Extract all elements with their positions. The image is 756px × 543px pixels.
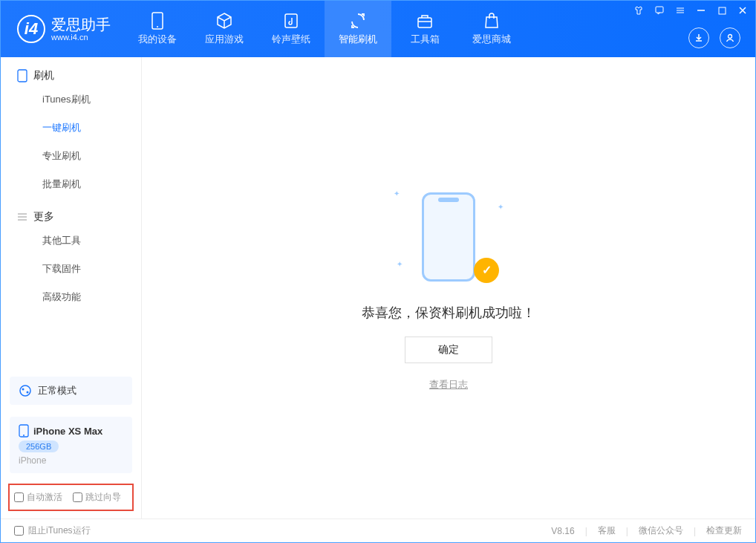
tab-label: 爱思商城 xyxy=(472,33,511,46)
wechat-link[interactable]: 微信公众号 xyxy=(639,524,683,537)
feedback-icon[interactable] xyxy=(654,5,665,16)
footer: 阻止iTunes运行 V8.16 | 客服 | 微信公众号 | 检查更新 xyxy=(1,518,755,542)
tab-ringtone-wallpaper[interactable]: 铃声壁纸 xyxy=(258,1,325,57)
toolbox-icon xyxy=(416,12,434,30)
svg-rect-3 xyxy=(418,18,431,27)
success-message: 恭喜您，保资料刷机成功啦！ xyxy=(362,304,535,322)
phone-illustration xyxy=(422,192,475,282)
sidebar: 刷机 iTunes刷机 一键刷机 专业刷机 批量刷机 更多 其他工具 下载固件 … xyxy=(1,57,142,518)
tab-label: 应用游戏 xyxy=(205,33,244,46)
svg-rect-5 xyxy=(656,7,663,13)
tab-label: 我的设备 xyxy=(138,33,177,46)
maximize-button[interactable] xyxy=(717,5,727,16)
success-check-icon: ✓ xyxy=(474,258,499,283)
minimize-button[interactable] xyxy=(696,5,706,16)
header: i4 爱思助手 www.i4.cn 我的设备 应用游戏 铃声壁纸 智能刷机 工具… xyxy=(1,1,755,57)
cube-icon xyxy=(215,12,233,30)
sidebar-item-pro-flash[interactable]: 专业刷机 xyxy=(1,142,141,170)
block-itunes-checkbox[interactable]: 阻止iTunes运行 xyxy=(14,524,91,537)
device-icon xyxy=(19,424,29,438)
tab-smart-flash[interactable]: 智能刷机 xyxy=(325,1,391,57)
header-actions xyxy=(688,27,740,48)
close-button[interactable] xyxy=(737,5,748,16)
sidebar-item-batch-flash[interactable]: 批量刷机 xyxy=(1,170,141,198)
device-name-text: iPhone XS Max xyxy=(33,426,102,437)
nav-tabs: 我的设备 应用游戏 铃声壁纸 智能刷机 工具箱 爱思商城 xyxy=(124,1,525,57)
menu-icon[interactable] xyxy=(675,5,685,16)
sidebar-item-advanced[interactable]: 高级功能 xyxy=(1,283,141,311)
tab-toolbox[interactable]: 工具箱 xyxy=(391,1,458,57)
divider: | xyxy=(694,526,696,536)
download-button[interactable] xyxy=(688,27,709,48)
sidebar-item-download-firmware[interactable]: 下载固件 xyxy=(1,255,141,283)
divider: | xyxy=(626,526,628,536)
view-log-link[interactable]: 查看日志 xyxy=(429,378,468,391)
skip-guide-checkbox[interactable]: 跳过向导 xyxy=(73,491,121,504)
tab-store[interactable]: 爱思商城 xyxy=(458,1,525,57)
sidebar-item-oneclick-flash[interactable]: 一键刷机 xyxy=(1,114,141,142)
logo[interactable]: i4 爱思助手 www.i4.cn xyxy=(1,15,124,43)
svg-point-10 xyxy=(27,391,29,394)
tab-label: 铃声壁纸 xyxy=(272,33,310,46)
device-box[interactable]: iPhone XS Max 256GB iPhone xyxy=(10,417,132,473)
sidebar-item-itunes-flash[interactable]: iTunes刷机 xyxy=(1,85,141,114)
brand-url: www.i4.cn xyxy=(51,33,111,42)
support-link[interactable]: 客服 xyxy=(598,524,616,537)
mode-box[interactable]: 正常模式 xyxy=(10,377,132,405)
svg-point-1 xyxy=(157,26,158,27)
group-label: 更多 xyxy=(33,210,54,224)
tab-my-device[interactable]: 我的设备 xyxy=(124,1,191,57)
auto-activate-label: 自动激活 xyxy=(27,491,62,504)
tab-label: 智能刷机 xyxy=(339,33,377,46)
mode-icon xyxy=(19,384,32,397)
shirt-icon[interactable] xyxy=(633,5,644,16)
refresh-shield-icon xyxy=(349,12,367,30)
auto-activate-input[interactable] xyxy=(14,492,24,502)
mode-label: 正常模式 xyxy=(38,384,76,397)
user-button[interactable] xyxy=(720,27,740,48)
sidebar-item-other-tools[interactable]: 其他工具 xyxy=(1,227,141,255)
window-controls xyxy=(633,5,748,16)
group-label: 刷机 xyxy=(33,69,54,82)
sparkle-icon: ✦ xyxy=(498,203,504,211)
svg-point-9 xyxy=(22,388,25,391)
capacity-badge: 256GB xyxy=(19,440,59,452)
sidebar-group-more: 更多 xyxy=(1,198,141,227)
sparkle-icon: ✦ xyxy=(397,260,403,268)
shopping-bag-icon xyxy=(483,12,501,30)
skip-guide-label: 跳过向导 xyxy=(85,491,121,504)
main-content: ✦ ✦ ✦ ✓ 恭喜您，保资料刷机成功啦！ 确定 查看日志 xyxy=(142,57,755,518)
phone-small-icon xyxy=(17,69,27,82)
svg-point-12 xyxy=(23,435,25,436)
phone-notch xyxy=(438,198,459,202)
logo-icon: i4 xyxy=(17,15,45,43)
svg-point-4 xyxy=(729,35,732,39)
version-label: V8.16 xyxy=(551,526,574,536)
svg-rect-2 xyxy=(285,14,297,27)
more-lines-icon xyxy=(17,212,27,222)
device-type: iPhone xyxy=(19,455,46,466)
svg-point-8 xyxy=(20,386,30,396)
music-note-icon xyxy=(282,12,300,30)
ok-button[interactable]: 确定 xyxy=(405,336,492,363)
bottom-options-highlight: 自动激活 跳过向导 xyxy=(8,484,134,511)
brand-name: 爱思助手 xyxy=(51,16,111,33)
tab-label: 工具箱 xyxy=(411,33,440,46)
skip-guide-input[interactable] xyxy=(73,492,82,502)
svg-rect-6 xyxy=(719,7,726,14)
auto-activate-checkbox[interactable]: 自动激活 xyxy=(14,491,62,504)
divider: | xyxy=(585,526,587,536)
tab-apps-games[interactable]: 应用游戏 xyxy=(191,1,258,57)
success-illustration: ✦ ✦ ✦ ✓ xyxy=(404,185,493,289)
check-update-link[interactable]: 检查更新 xyxy=(706,524,742,537)
svg-rect-7 xyxy=(18,70,27,82)
block-itunes-input[interactable] xyxy=(14,526,24,536)
block-itunes-label: 阻止iTunes运行 xyxy=(28,524,91,537)
phone-icon xyxy=(149,12,166,30)
sidebar-group-flash: 刷机 xyxy=(1,57,141,85)
sparkle-icon: ✦ xyxy=(394,189,400,198)
